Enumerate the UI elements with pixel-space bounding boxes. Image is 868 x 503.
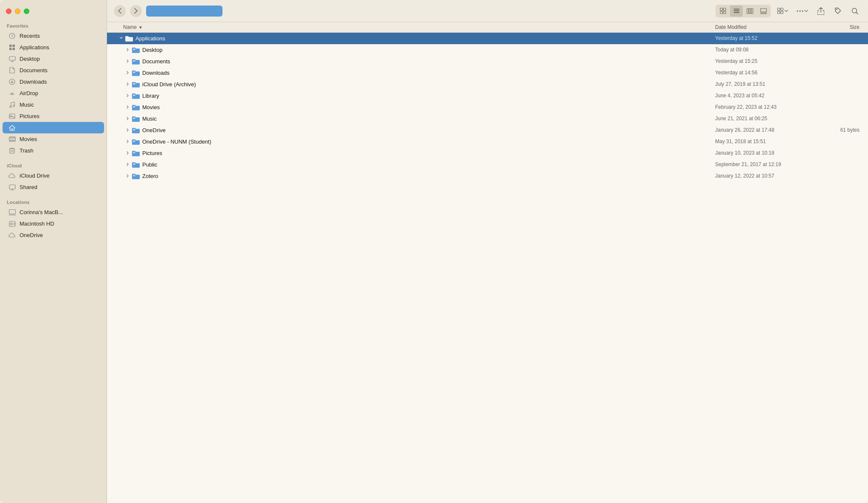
folder-icon [132, 46, 140, 54]
svg-point-16 [11, 115, 11, 116]
traffic-lights [0, 5, 107, 21]
table-row[interactable]: Pictures January 10, 2023 at 10:18 [107, 147, 868, 159]
sidebar-item-desktop[interactable]: Desktop [3, 53, 104, 65]
sidebar-item-onedrive[interactable]: OneDrive [3, 229, 104, 241]
svg-point-61 [836, 9, 837, 10]
expand-arrow[interactable] [124, 92, 132, 99]
expand-arrow[interactable] [124, 103, 132, 111]
file-list: Applications Yesterday at 15:52 Desktop … [107, 33, 868, 503]
expand-arrow[interactable] [124, 172, 132, 180]
size-column-header[interactable]: Size [826, 24, 868, 30]
file-date: February 22, 2023 at 12:43 [715, 104, 826, 110]
sidebar-item-shared[interactable]: Shared [3, 181, 104, 193]
group-button[interactable] [775, 6, 790, 15]
svg-rect-69 [133, 94, 135, 96]
hd-icon [8, 220, 16, 227]
sidebar-item-applications[interactable]: Applications [3, 42, 104, 53]
minimize-button[interactable] [15, 8, 20, 14]
sidebar-item-home[interactable] [3, 122, 104, 133]
gallery-view-button[interactable] [757, 6, 770, 17]
sidebar-item-label: AirDrop [20, 90, 38, 96]
expand-arrow[interactable] [124, 57, 132, 65]
svg-rect-50 [761, 8, 767, 12]
expand-arrow[interactable] [124, 138, 132, 145]
onedrive-sidebar-icon [8, 232, 16, 239]
expand-arrow[interactable] [124, 161, 132, 168]
sidebar-item-downloads[interactable]: Downloads [3, 76, 104, 88]
table-row[interactable]: Documents Yesterday at 15:25 [107, 56, 868, 67]
sidebar-item-icloud-drive[interactable]: iCloud Drive [3, 170, 104, 181]
maximize-button[interactable] [24, 8, 29, 14]
folder-icon [132, 127, 140, 134]
file-date: January 12, 2022 at 10:57 [715, 173, 826, 179]
expand-arrow[interactable] [124, 149, 132, 157]
share-button[interactable] [814, 5, 827, 17]
search-button[interactable] [848, 5, 861, 17]
table-row[interactable]: Library June 4, 2023 at 05:42 [107, 90, 868, 102]
main-area: Name ▼ Date Modified Size Applications Y… [107, 0, 868, 503]
sidebar-item-pictures[interactable]: Pictures [3, 110, 104, 122]
table-row[interactable]: Music June 21, 2021 at 06:25 [107, 113, 868, 124]
svg-rect-43 [723, 11, 726, 14]
sidebar-item-label: Music [20, 102, 34, 108]
tag-button[interactable] [831, 5, 844, 17]
table-row[interactable]: OneDrive - NUNM (Student) May 31, 2018 a… [107, 136, 868, 147]
sidebar-item-macintosh-hd[interactable]: Macintosh HD [3, 218, 104, 229]
icon-view-button[interactable] [716, 6, 729, 17]
file-name: Public [142, 161, 715, 168]
back-button[interactable] [114, 5, 126, 17]
forward-button[interactable] [130, 5, 142, 17]
expand-arrow[interactable] [124, 115, 132, 122]
expand-arrow[interactable] [124, 126, 132, 134]
svg-rect-26 [10, 149, 14, 153]
table-row[interactable]: Applications Yesterday at 15:52 [107, 33, 868, 44]
file-name: Zotero [142, 173, 715, 179]
sidebar-item-recents[interactable]: Recents [3, 30, 104, 42]
expand-arrow[interactable] [124, 46, 132, 54]
svg-point-13 [10, 106, 11, 107]
svg-rect-53 [765, 13, 767, 14]
sidebar-item-label: Macintosh HD [20, 220, 54, 227]
table-row[interactable]: iCloud Drive (Archive) July 27, 2019 at … [107, 79, 868, 90]
svg-rect-74 [133, 152, 135, 153]
more-options-button[interactable] [795, 8, 810, 14]
sidebar-item-trash[interactable]: Trash [3, 145, 104, 156]
table-row[interactable]: Movies February 22, 2023 at 12:43 [107, 102, 868, 113]
svg-point-14 [13, 105, 15, 107]
file-name: Downloads [142, 70, 715, 76]
svg-rect-70 [133, 106, 135, 107]
svg-rect-33 [9, 209, 15, 214]
table-row[interactable]: Public September 21, 2017 at 12:19 [107, 159, 868, 170]
sidebar-item-label [20, 125, 54, 131]
table-row[interactable]: Downloads Yesterday at 14:56 [107, 67, 868, 79]
svg-rect-75 [133, 163, 135, 165]
svg-rect-40 [720, 8, 723, 11]
table-row[interactable]: Desktop Today at 09:08 [107, 44, 868, 56]
column-view-button[interactable] [744, 6, 756, 17]
folder-icon [132, 104, 140, 111]
table-row[interactable]: Zotero January 12, 2022 at 10:57 [107, 170, 868, 182]
desktop-icon [8, 55, 16, 62]
file-date: June 4, 2023 at 05:42 [715, 93, 826, 99]
sidebar-item-mac[interactable]: Corinna's MacB... [3, 206, 104, 218]
sidebar-item-label: Pictures [20, 113, 39, 119]
table-row[interactable]: OneDrive January 26, 2022 at 17:48 61 by… [107, 124, 868, 136]
expand-arrow[interactable] [124, 80, 132, 88]
sidebar-item-documents[interactable]: Documents [3, 65, 104, 76]
expand-arrow[interactable] [124, 69, 132, 76]
list-view-button[interactable] [730, 6, 743, 17]
date-column-header[interactable]: Date Modified [715, 24, 826, 30]
path-bar[interactable] [146, 6, 223, 17]
sidebar-item-music[interactable]: Music [3, 99, 104, 110]
home-icon [8, 124, 16, 131]
expand-arrow[interactable] [117, 34, 125, 42]
sidebar-item-movies[interactable]: Movies [3, 133, 104, 145]
svg-line-63 [856, 12, 858, 14]
name-column-header[interactable]: Name ▼ [123, 24, 715, 30]
svg-rect-42 [720, 11, 723, 14]
close-button[interactable] [6, 8, 11, 14]
sidebar-item-label: Applications [20, 44, 49, 51]
sidebar-item-airdrop[interactable]: AirDrop [3, 88, 104, 99]
sidebar-item-label: Trash [20, 147, 34, 154]
folder-icon [132, 138, 140, 145]
